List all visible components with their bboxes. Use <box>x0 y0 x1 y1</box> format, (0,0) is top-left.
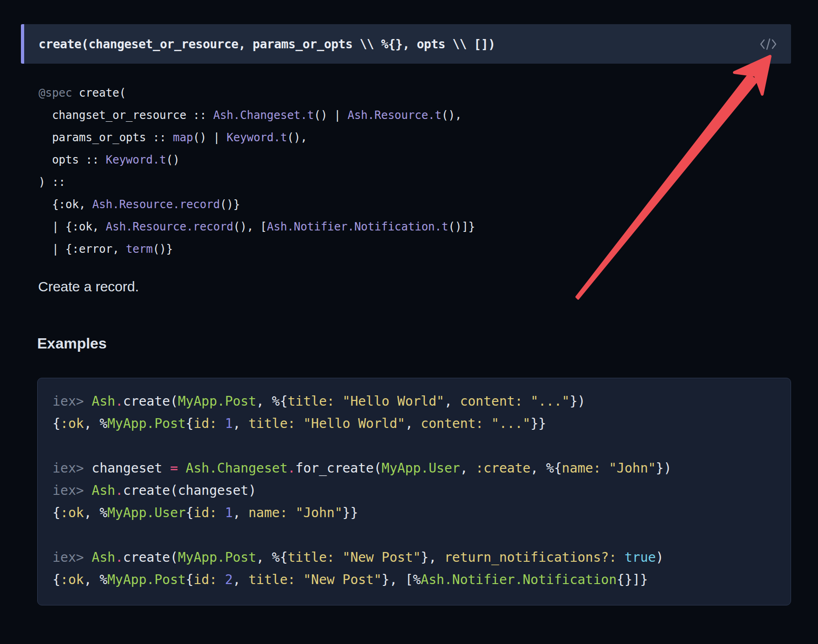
code-line: iex> Ash.create(MyApp.Post, %{title: "He… <box>53 390 777 413</box>
code-line: iex> Ash.create(changeset) <box>53 480 777 502</box>
code-line: {:ok, %MyApp.Post{id: 2, title: "New Pos… <box>53 569 777 591</box>
code-line: iex> changeset = Ash.Changeset.for_creat… <box>53 457 777 480</box>
function-signature-header: create(changeset_or_resource, params_or_… <box>21 24 791 64</box>
typespec-code: @spec create( changset_or_resource :: As… <box>39 82 475 260</box>
examples-code-block: iex> Ash.create(MyApp.Post, %{title: "He… <box>37 378 791 605</box>
code-line: {:ok, Ash.Resource.record()} <box>39 193 475 216</box>
code-line: @spec create( <box>39 82 475 104</box>
code-icon <box>759 38 777 51</box>
examples-heading: Examples <box>37 335 106 352</box>
code-line: changset_or_resource :: Ash.Changeset.t(… <box>39 104 475 126</box>
code-line: ) :: <box>39 171 475 193</box>
code-line: iex> Ash.create(MyApp.Post, %{title: "Ne… <box>53 546 777 569</box>
code-line: | {:ok, Ash.Resource.record(), [Ash.Noti… <box>39 216 475 238</box>
code-line: {:ok, %MyApp.User{id: 1, name: "John"}} <box>53 502 777 524</box>
code-line: {:ok, %MyApp.Post{id: 1, title: "Hello W… <box>53 413 777 435</box>
function-description: Create a record. <box>38 279 139 295</box>
code-line <box>53 524 777 546</box>
view-source-icon[interactable] <box>759 38 777 51</box>
code-line: | {:error, term()} <box>39 238 475 260</box>
arrow-shaft <box>576 74 757 299</box>
code-line <box>53 435 777 457</box>
function-signature: create(changeset_or_resource, params_or_… <box>39 37 759 51</box>
code-line: opts :: Keyword.t() <box>39 149 475 171</box>
code-line: params_or_opts :: map() | Keyword.t(), <box>39 126 475 149</box>
